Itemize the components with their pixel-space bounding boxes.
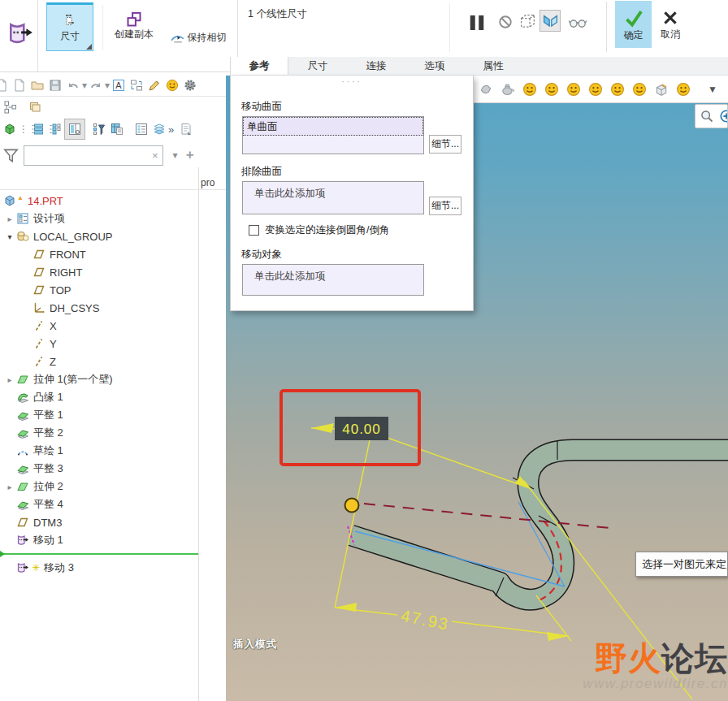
tab-connections[interactable]: 连接 bbox=[347, 57, 405, 75]
tree-item[interactable]: 草绘 1 bbox=[0, 442, 198, 460]
tree-item[interactable]: X bbox=[0, 317, 198, 335]
search-dropdown-icon[interactable]: ▾ bbox=[173, 149, 178, 161]
verify-glasses-button[interactable] bbox=[564, 11, 592, 32]
add-filter-icon[interactable]: + bbox=[186, 147, 194, 163]
tree-item[interactable]: Y bbox=[0, 335, 198, 353]
dimension-value-length[interactable]: 47.93 bbox=[400, 607, 451, 634]
tree-item-label[interactable]: TOP bbox=[50, 284, 72, 296]
new-file-icon[interactable] bbox=[11, 76, 28, 94]
tree-item[interactable]: ✳移动 3 bbox=[0, 559, 198, 577]
tree-item-label[interactable]: 平整 2 bbox=[33, 426, 63, 440]
dimension-value-highlighted[interactable]: 40.00 bbox=[342, 422, 381, 437]
tree-item[interactable]: ▲14.PRT bbox=[0, 192, 198, 210]
regenerate-icon[interactable] bbox=[128, 76, 145, 94]
tab-references[interactable]: 参考 bbox=[230, 57, 288, 75]
undo-icon[interactable] bbox=[64, 76, 82, 94]
tree-expander-icon[interactable]: ▸ bbox=[3, 482, 16, 491]
more-chevrons-icon[interactable]: » bbox=[168, 123, 174, 136]
move-surface-collector[interactable]: 单曲面 bbox=[242, 116, 424, 154]
panel-grip[interactable]: ···· bbox=[231, 77, 473, 86]
collector-placeholder[interactable]: 单击此处添加项 bbox=[243, 182, 423, 201]
tab-properties[interactable]: 属性 bbox=[464, 57, 522, 75]
text-style-icon[interactable] bbox=[110, 76, 128, 94]
tree-item-label[interactable]: 平整 1 bbox=[33, 408, 63, 422]
tree-item[interactable]: 平整 4 bbox=[0, 495, 198, 513]
tree-item-label[interactable]: 移动 1 bbox=[33, 533, 63, 547]
move-objects-collector[interactable]: 单击此处添加项 bbox=[242, 264, 424, 296]
tree-search-input[interactable] bbox=[24, 145, 163, 166]
tree-column-divider[interactable] bbox=[198, 167, 199, 701]
tree-item[interactable]: 平整 2 bbox=[0, 424, 198, 442]
keep-tangent-button[interactable]: 保持相切 bbox=[161, 27, 236, 48]
tree-item-label[interactable]: 凸缘 1 bbox=[33, 390, 63, 405]
tree-item-label[interactable]: Z bbox=[50, 356, 56, 368]
expand-all-icon[interactable] bbox=[46, 120, 64, 138]
tree-item[interactable]: ▸拉伸 1(第一个壁) bbox=[0, 370, 198, 388]
tree-expander-icon[interactable]: ▸ bbox=[3, 375, 16, 384]
tree-item-label[interactable]: 拉伸 1(第一个壁) bbox=[33, 372, 113, 387]
collector-placeholder[interactable]: 单击此处添加项 bbox=[243, 265, 423, 283]
sheetmetal-part[interactable] bbox=[351, 450, 728, 599]
tab-options[interactable]: 选项 bbox=[405, 57, 464, 75]
transform-rounds-checkbox[interactable] bbox=[249, 225, 259, 236]
tree-item[interactable]: 移动 1 bbox=[0, 531, 198, 549]
tree-expander-icon[interactable]: ▸ bbox=[3, 214, 16, 223]
tree-item-label[interactable]: 移动 3 bbox=[44, 560, 74, 575]
collapse-all-icon[interactable] bbox=[28, 120, 46, 138]
dimension-button[interactable]: 尺寸 bbox=[46, 2, 93, 51]
tree-item[interactable]: ▸拉伸 2 bbox=[0, 478, 198, 495]
geometry-preview-button[interactable] bbox=[540, 10, 561, 32]
tree-item[interactable]: DTM3 bbox=[0, 513, 198, 531]
tree-item[interactable]: TOP bbox=[0, 281, 198, 299]
tree-item[interactable]: ▾LOCAL_GROUP bbox=[0, 227, 198, 245]
cancel-button[interactable]: 取消 bbox=[652, 1, 688, 48]
tree-item[interactable]: RIGHT bbox=[0, 263, 198, 281]
model-tree-tab-icon[interactable] bbox=[2, 98, 20, 116]
pause-button[interactable] bbox=[466, 11, 488, 35]
smiley-icon[interactable] bbox=[163, 76, 181, 94]
tree-item[interactable]: 平整 1 bbox=[0, 406, 198, 424]
paste-table-icon[interactable] bbox=[108, 120, 126, 138]
gear-face-icon[interactable] bbox=[181, 76, 199, 94]
new-file-icon[interactable] bbox=[0, 76, 11, 94]
tree-filter-icon[interactable] bbox=[90, 120, 108, 138]
create-copy-button[interactable]: 创建副本 bbox=[107, 5, 161, 47]
tree-item[interactable]: Z bbox=[0, 353, 198, 370]
layers-icon[interactable] bbox=[150, 120, 168, 138]
clear-search-icon[interactable]: × bbox=[152, 149, 158, 162]
tree-doc-options-icon[interactable] bbox=[177, 120, 195, 138]
tree-item-label[interactable]: 平整 4 bbox=[33, 497, 63, 512]
tree-item-label[interactable]: LOCAL_GROUP bbox=[33, 231, 113, 243]
wireframe-preview-button[interactable] bbox=[518, 11, 537, 31]
save-icon[interactable] bbox=[46, 76, 64, 94]
ok-button[interactable]: 确定 bbox=[615, 1, 652, 48]
open-file-icon[interactable] bbox=[28, 76, 46, 94]
tree-item-label[interactable]: RIGHT bbox=[50, 266, 82, 279]
tree-item-label[interactable]: 拉伸 2 bbox=[33, 479, 63, 494]
tree-item-label[interactable]: 草绘 1 bbox=[33, 444, 63, 458]
exclude-surface-collector[interactable]: 单击此处添加项 bbox=[242, 181, 424, 214]
tree-item-label[interactable]: DTM3 bbox=[33, 517, 62, 529]
drag-handle[interactable] bbox=[345, 499, 359, 513]
tree-item[interactable]: DH_CSYS bbox=[0, 299, 198, 317]
tree-settings-icon[interactable] bbox=[132, 120, 150, 138]
tree-expander-icon[interactable]: ▾ bbox=[3, 232, 16, 241]
tree-item[interactable]: 平整 3 bbox=[0, 460, 198, 478]
tree-item-label[interactable]: 14.PRT bbox=[28, 195, 63, 207]
tree-item-label[interactable]: FRONT bbox=[50, 249, 86, 261]
folder-browser-tab-icon[interactable] bbox=[26, 98, 44, 116]
tree-item[interactable]: 凸缘 1 bbox=[0, 388, 198, 406]
tree-item[interactable]: FRONT bbox=[0, 245, 198, 263]
tree-item-label[interactable]: 平整 3 bbox=[33, 461, 63, 476]
tree-columns-icon[interactable] bbox=[64, 119, 85, 140]
tree-item-label[interactable]: X bbox=[50, 320, 57, 332]
details-button-1[interactable]: 细节... bbox=[429, 135, 462, 154]
tree-item-label[interactable]: Y bbox=[50, 338, 57, 350]
redo-icon[interactable] bbox=[87, 76, 105, 94]
tree-item[interactable]: ▸设计项 bbox=[0, 210, 198, 227]
details-button-2[interactable]: 细节... bbox=[429, 197, 462, 215]
no-preview-button[interactable] bbox=[496, 13, 514, 31]
insert-arrow-icon[interactable] bbox=[0, 551, 5, 557]
split-button-corner[interactable] bbox=[86, 44, 92, 50]
funnel-icon[interactable] bbox=[1, 145, 20, 165]
